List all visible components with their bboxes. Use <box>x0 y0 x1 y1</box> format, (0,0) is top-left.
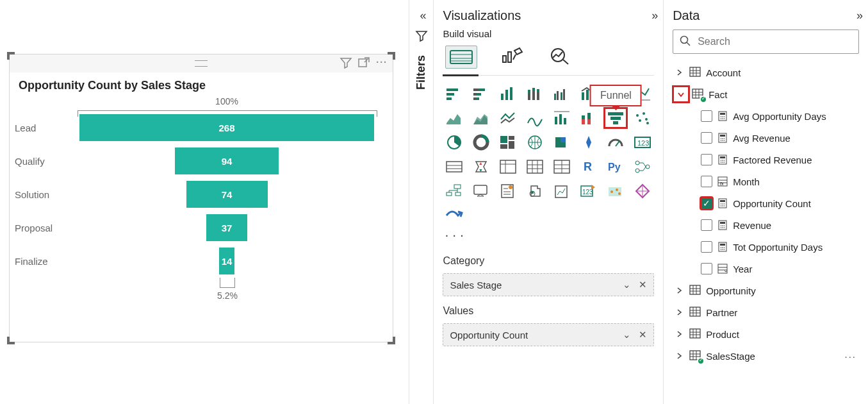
funnel-bar[interactable]: 74 <box>186 181 268 208</box>
table-tree-item[interactable]: SalesStage··· <box>673 345 859 367</box>
viz-type-icon[interactable] <box>523 132 546 153</box>
viz-type-icon[interactable] <box>523 156 546 177</box>
svg-rect-6 <box>508 52 511 62</box>
field-checkbox[interactable] <box>701 241 712 253</box>
viz-type-icon[interactable] <box>496 156 520 177</box>
viz-type-icon[interactable] <box>443 108 466 128</box>
caret-right-icon[interactable] <box>675 351 684 362</box>
funnel-bar[interactable]: 268 <box>79 114 374 141</box>
viz-type-icon[interactable] <box>550 181 573 201</box>
drag-handle-icon[interactable] <box>195 60 208 67</box>
table-tree-item[interactable]: Opportunity <box>673 280 859 301</box>
viz-type-icon[interactable] <box>631 181 654 201</box>
table-tree-item[interactable]: Partner <box>673 301 859 323</box>
caret-down-icon[interactable] <box>675 88 687 100</box>
format-visual-tab[interactable] <box>499 46 525 69</box>
viz-type-icon[interactable] <box>631 108 654 128</box>
field-checkbox[interactable] <box>701 110 712 122</box>
viz-type-icon[interactable] <box>631 156 654 177</box>
category-field-value: Sales Stage <box>450 280 502 290</box>
measure-icon <box>717 242 728 252</box>
viz-type-icon[interactable] <box>523 108 546 128</box>
table-tree-item[interactable]: Account <box>673 62 859 83</box>
viz-type-icon[interactable] <box>443 181 466 201</box>
viz-type-icon[interactable] <box>604 181 627 201</box>
field-tree-item[interactable]: Factored Revenue <box>673 149 859 171</box>
more-icon[interactable]: ··· <box>844 351 859 362</box>
field-checkbox[interactable] <box>701 154 712 165</box>
field-tree-item[interactable]: Avg Opportunity Days <box>673 105 859 127</box>
viz-type-icon[interactable] <box>577 108 600 128</box>
focus-mode-icon[interactable] <box>358 57 370 71</box>
analytics-tab[interactable] <box>546 46 572 69</box>
funnel-chart-icon[interactable]: Funnel <box>604 108 627 128</box>
field-checkbox[interactable] <box>701 132 712 144</box>
caret-right-icon[interactable] <box>675 307 684 318</box>
collapse-data-icon[interactable]: » <box>856 9 859 22</box>
field-checkbox[interactable]: ✓ <box>701 198 712 209</box>
field-tree-item[interactable]: Avg Revenue <box>673 127 859 149</box>
field-checkbox[interactable] <box>701 263 712 274</box>
field-checkbox[interactable] <box>701 176 712 187</box>
field-tree-item[interactable]: fxMonth <box>673 171 859 192</box>
chevron-down-icon[interactable]: ⌄ <box>623 279 631 290</box>
viz-type-icon[interactable] <box>604 132 627 153</box>
viz-type-icon[interactable] <box>496 83 520 104</box>
viz-type-icon[interactable] <box>577 132 600 153</box>
visual-header[interactable]: ··· <box>10 55 393 72</box>
field-tree-item[interactable]: Revenue <box>673 214 859 236</box>
viz-type-icon[interactable]: 123 <box>577 181 600 201</box>
funnel-bar[interactable]: 94 <box>175 147 278 174</box>
viz-type-icon[interactable]: ▲▼ <box>470 156 493 177</box>
remove-field-icon[interactable]: ✕ <box>639 279 647 290</box>
expand-filters-icon[interactable]: « <box>420 9 423 22</box>
caret-right-icon[interactable] <box>675 329 684 340</box>
viz-type-icon[interactable]: R <box>577 156 600 177</box>
chevron-down-icon[interactable]: ⌄ <box>623 329 631 341</box>
viz-type-icon[interactable] <box>523 83 546 104</box>
values-field-well[interactable]: Opportunity Count ⌄ ✕ <box>443 323 654 346</box>
viz-type-icon[interactable] <box>550 132 573 153</box>
table-tree-item[interactable]: Fact <box>673 83 859 105</box>
measure-icon <box>717 155 728 165</box>
remove-field-icon[interactable]: ✕ <box>639 329 647 341</box>
gallery-more-icon[interactable]: · · · <box>443 226 654 246</box>
viz-type-icon[interactable] <box>443 156 466 177</box>
report-canvas: ··· Opportunity Count by Sales Stage 100… <box>0 0 409 404</box>
viz-type-icon[interactable]: 123 <box>631 132 654 153</box>
viz-type-icon[interactable] <box>443 205 466 226</box>
viz-type-icon[interactable] <box>443 83 466 104</box>
viz-type-icon[interactable] <box>470 108 493 128</box>
viz-type-icon[interactable] <box>550 108 573 128</box>
table-tree-item[interactable]: Product <box>673 323 859 345</box>
caret-right-icon[interactable] <box>675 285 684 296</box>
field-tree-item[interactable]: Tot Opportunity Days <box>673 236 859 258</box>
collapse-visualizations-icon[interactable]: » <box>651 9 654 22</box>
field-tree-item[interactable]: ✓Opportunity Count <box>673 192 859 214</box>
funnel-visual-frame[interactable]: ··· Opportunity Count by Sales Stage 100… <box>9 54 393 342</box>
search-input[interactable] <box>696 35 852 48</box>
field-checkbox[interactable] <box>701 219 712 231</box>
filters-pane-collapsed[interactable]: « Filters <box>409 0 434 404</box>
viz-type-icon[interactable] <box>523 181 546 201</box>
filter-icon[interactable] <box>340 57 352 71</box>
more-options-icon[interactable]: ··· <box>376 57 388 71</box>
viz-type-icon[interactable] <box>470 132 493 153</box>
category-field-well[interactable]: Sales Stage ⌄ ✕ <box>443 273 654 296</box>
viz-type-icon[interactable] <box>550 83 573 104</box>
viz-type-icon[interactable] <box>443 132 466 153</box>
viz-type-icon[interactable] <box>496 132 520 153</box>
viz-type-icon[interactable] <box>496 181 520 201</box>
viz-type-icon[interactable] <box>470 181 493 201</box>
field-tree-item[interactable]: Year <box>673 258 859 280</box>
build-visual-tab[interactable] <box>445 46 477 69</box>
funnel-bar[interactable]: 37 <box>206 214 247 241</box>
viz-type-icon[interactable] <box>550 156 573 177</box>
caret-right-icon[interactable] <box>675 67 684 78</box>
search-box[interactable] <box>673 29 859 54</box>
viz-type-icon[interactable] <box>496 108 520 128</box>
funnel-bar-row: Solution74 <box>15 178 381 211</box>
viz-type-icon[interactable]: Py <box>604 156 627 177</box>
funnel-bar[interactable]: 14 <box>219 248 234 274</box>
viz-type-icon[interactable] <box>470 83 493 104</box>
